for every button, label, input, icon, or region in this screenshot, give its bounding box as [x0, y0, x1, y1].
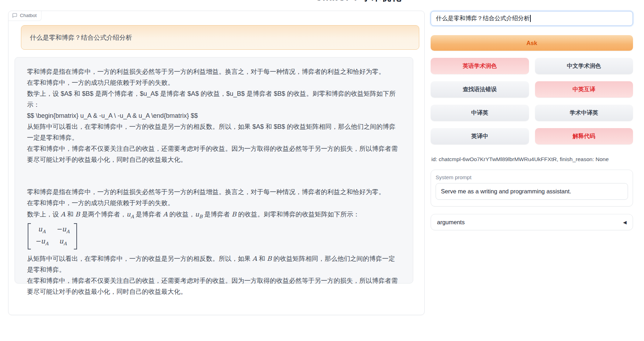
query-input[interactable]: 什么是零和博弈？结合公式介绍分析 [431, 11, 633, 26]
bot-rendered-block: 零和博弈是指在博弈中，一方的利益损失必然等于另一方的利益增益。换言之，对于每一种… [27, 187, 401, 297]
quick-button-academic-zh-to-en[interactable]: 学术中译英 [535, 105, 633, 121]
quick-button-en-academic-polish[interactable]: 英语学术润色 [431, 58, 529, 74]
chat-bubble-icon [12, 13, 17, 18]
page-title-clipped: ChatGPT 学术优化 [315, 0, 402, 4]
quick-button-en-to-zh[interactable]: 英译中 [431, 128, 529, 144]
quick-button-zh-to-en[interactable]: 中译英 [431, 105, 529, 121]
bot-raw-markdown-text: 零和博弈是指在博弈中，一方的利益损失必然等于另一方的利益增益。换言之，对于每一种… [27, 66, 401, 165]
arguments-accordion[interactable]: arguments ◀ [431, 214, 633, 230]
quick-button-zh-academic-polish[interactable]: 中文学术润色 [535, 58, 633, 74]
system-prompt-input[interactable]: Serve me as a writing and programming as… [436, 183, 628, 200]
chatbot-panel: Chatbot 什么是零和博弈？结合公式介绍分析 零和博弈是指在博弈中，一方的利… [8, 11, 425, 315]
chatbot-block-label: Chatbot [9, 11, 42, 21]
system-prompt-label: System prompt [436, 174, 628, 180]
system-prompt-panel: System prompt Serve me as a writing and … [431, 170, 633, 207]
bot-message-bubble: 零和博弈是指在博弈中，一方的利益损失必然等于另一方的利益增益。换言之，对于每一种… [15, 57, 413, 284]
chatbot-label-text: Chatbot [20, 13, 37, 18]
user-message-bubble: 什么是零和博弈？结合公式介绍分析 [21, 25, 419, 50]
bot-rendered-para2: 从矩阵中可以看出，在零和博弈中，一方的收益是另一方的相反数。所以，如果 A 和 … [27, 253, 401, 275]
bot-rendered-math-intro: 数学上，设 A 和 B 是两个博弈者，uA 是博弈者 A 的收益，uB 是博弈者… [27, 209, 401, 222]
matrix-left-bracket [28, 223, 31, 250]
system-prompt-value: Serve me as a writing and programming as… [441, 188, 571, 195]
quick-button-explain-code[interactable]: 解释代码 [535, 128, 633, 144]
quick-button-find-grammar-errors[interactable]: 查找语法错误 [431, 81, 529, 98]
user-message-text: 什么是零和博弈？结合公式介绍分析 [30, 33, 132, 42]
controls-column: 什么是零和博弈？结合公式介绍分析 Ask 英语学术润色 中文学术润色 查找语法错… [431, 0, 633, 341]
accordion-label: arguments [437, 219, 465, 226]
matrix-right-bracket [74, 223, 77, 250]
completion-status-line: id: chatcmpl-6wOo7KrYTwMl89lbrMWRu4UkFFX… [431, 156, 633, 163]
quick-button-zh-en-mutual-translate[interactable]: 中英互译 [535, 81, 633, 98]
collapse-triangle-icon: ◀ [623, 220, 627, 225]
ask-button[interactable]: Ask [431, 35, 633, 51]
payoff-matrix: uA−uA−uAuA [28, 223, 77, 250]
bot-rendered-para3: 在零和博弈中，博弈者不仅要关注自己的收益，还需要考虑对手的收益。因为一方取得的收… [27, 275, 401, 297]
query-input-value: 什么是零和博弈？结合公式介绍分析 [436, 15, 530, 22]
text-caret [530, 15, 531, 22]
matrix-cells: uA−uA−uAuA [31, 223, 74, 250]
bot-rendered-para1: 零和博弈是指在博弈中，一方的利益损失必然等于另一方的利益增益。换言之，对于每一种… [27, 187, 401, 209]
quick-actions-grid: 英语学术润色 中文学术润色 查找语法错误 中英互译 中译英 学术中译英 英译中 … [431, 58, 633, 144]
